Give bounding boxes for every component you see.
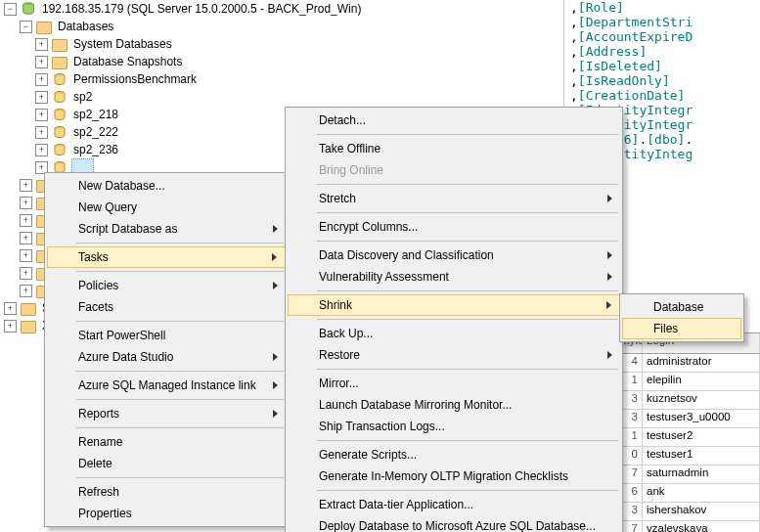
- menu-item-new-database[interactable]: New Database...: [47, 175, 286, 197]
- table-row[interactable]: 6ank: [616, 484, 760, 503]
- menu-separator: [76, 321, 284, 322]
- table-row[interactable]: 7saturnadmin: [616, 466, 760, 484]
- menu-item-label: Policies: [78, 279, 118, 292]
- menu-separator: [317, 319, 618, 320]
- expand-icon[interactable]: +: [35, 126, 48, 139]
- expand-icon[interactable]: +: [20, 267, 32, 280]
- expand-icon[interactable]: +: [35, 91, 48, 104]
- database-icon: [52, 124, 67, 140]
- menu-separator: [317, 490, 618, 491]
- expand-icon[interactable]: +: [20, 197, 32, 209]
- menu-item-deploy-database-to-microsoft-azure-sql-database[interactable]: Deploy Database to Microsoft Azure SQL D…: [288, 515, 620, 532]
- server-node[interactable]: − 192.168.35.179 (SQL Server 15.0.2000.5…: [0, 0, 563, 18]
- menu-item-delete[interactable]: Delete: [47, 453, 286, 474]
- menu-item-label: Extract Data-tier Application...: [319, 498, 473, 511]
- expand-icon[interactable]: +: [35, 56, 48, 68]
- folder-icon: [52, 36, 67, 52]
- folder-icon: [36, 19, 52, 34]
- menu-item-policies[interactable]: Policies: [47, 275, 286, 296]
- menu-item-detach[interactable]: Detach...: [288, 110, 620, 131]
- table-row[interactable]: 3kuznetsov: [616, 391, 760, 410]
- table-row[interactable]: 1elepilin: [616, 373, 760, 391]
- expand-icon[interactable]: +: [35, 109, 48, 121]
- menu-separator: [317, 212, 618, 213]
- database-icon: [52, 89, 67, 105]
- menu-item-label: New Database...: [78, 179, 165, 193]
- database-context-menu[interactable]: New Database...New QueryScript Database …: [44, 172, 289, 527]
- node-label: System Databases: [71, 36, 174, 52]
- menu-item-stretch[interactable]: Stretch: [288, 188, 620, 209]
- database-node[interactable]: +PermissionsBenchmark: [0, 70, 563, 88]
- menu-item-start-powershell[interactable]: Start PowerShell: [47, 325, 286, 346]
- menu-item-mirror[interactable]: Mirror...: [288, 373, 620, 394]
- menu-item-take-offline[interactable]: Take Offline: [288, 138, 620, 159]
- menu-separator: [317, 369, 618, 370]
- menu-item-tasks[interactable]: Tasks: [47, 246, 286, 268]
- menu-item-generate-in-memory-oltp-migration-checklists[interactable]: Generate In-Memory OLTP Migration Checkl…: [288, 466, 620, 487]
- expand-icon[interactable]: +: [35, 144, 48, 156]
- menu-item-reports[interactable]: Reports: [47, 403, 286, 424]
- menu-item-label: Deploy Database to Microsoft Azure SQL D…: [319, 519, 596, 532]
- database-node[interactable]: +sp2: [0, 88, 563, 106]
- collapse-icon[interactable]: −: [4, 3, 17, 16]
- menu-item-shrink[interactable]: Shrink: [288, 294, 620, 316]
- menu-item-extract-data-tier-application[interactable]: Extract Data-tier Application...: [288, 494, 620, 515]
- menu-item-data-discovery-and-classification[interactable]: Data Discovery and Classification: [288, 244, 620, 266]
- menu-item-label: Restore: [319, 348, 360, 362]
- expand-icon[interactable]: +: [20, 179, 32, 192]
- menu-item-launch-database-mirroring-monitor[interactable]: Launch Database Mirroring Monitor...: [288, 394, 620, 416]
- expand-icon[interactable]: +: [20, 232, 32, 244]
- menu-item-properties[interactable]: Properties: [47, 503, 286, 524]
- table-row[interactable]: 4administrator: [616, 354, 760, 373]
- menu-item-label: Script Database as: [78, 222, 177, 236]
- menu-item-azure-data-studio[interactable]: Azure Data Studio: [47, 346, 286, 368]
- menu-item-files[interactable]: Files: [622, 318, 741, 339]
- expand-icon[interactable]: +: [20, 249, 32, 262]
- expand-icon[interactable]: +: [20, 285, 32, 297]
- collapse-icon[interactable]: −: [20, 21, 32, 33]
- table-row[interactable]: 7vzalevskaya: [616, 521, 760, 532]
- expand-icon[interactable]: +: [20, 214, 32, 227]
- expand-icon[interactable]: +: [35, 38, 48, 51]
- menu-item-label: Vulnerability Assessment: [319, 270, 449, 284]
- menu-item-rename[interactable]: Rename: [47, 431, 286, 453]
- shrink-submenu[interactable]: DatabaseFiles: [619, 293, 744, 342]
- menu-item-database[interactable]: Database: [622, 296, 741, 318]
- cell: testuser1: [643, 447, 760, 465]
- menu-item-restore[interactable]: Restore: [288, 344, 620, 366]
- menu-separator: [317, 134, 618, 135]
- cell: saturnadmin: [643, 466, 760, 483]
- results-grid[interactable]: ntyId Login 4administrator1elepilin3kuzn…: [616, 332, 760, 532]
- menu-item-new-query[interactable]: New Query: [47, 197, 286, 218]
- folder-node[interactable]: +System Databases: [0, 35, 563, 53]
- node-label: PermissionsBenchmark: [71, 71, 199, 87]
- folder-node[interactable]: +Database Snapshots: [0, 53, 563, 70]
- editor-line: ,[IsReadOnly]: [570, 73, 760, 88]
- table-row[interactable]: 3ishershakov: [616, 503, 760, 521]
- menu-item-vulnerability-assessment[interactable]: Vulnerability Assessment: [288, 266, 620, 288]
- menu-item-refresh[interactable]: Refresh: [47, 481, 286, 503]
- table-row[interactable]: 3testuser3_u0000: [616, 410, 760, 428]
- expand-icon[interactable]: +: [4, 320, 17, 332]
- menu-item-generate-scripts[interactable]: Generate Scripts...: [288, 444, 620, 466]
- databases-folder[interactable]: − Databases: [0, 18, 563, 35]
- expand-icon[interactable]: +: [4, 302, 17, 315]
- menu-item-label: Ship Transaction Logs...: [319, 420, 445, 433]
- expand-icon[interactable]: +: [35, 73, 48, 86]
- menu-item-label: Detach...: [319, 113, 366, 127]
- table-row[interactable]: 1testuser2: [616, 428, 760, 447]
- menu-item-azure-sql-managed-instance-link[interactable]: Azure SQL Managed Instance link: [47, 375, 286, 396]
- table-row[interactable]: 0testuser1: [616, 447, 760, 466]
- menu-item-label: Start PowerShell: [78, 329, 165, 342]
- tasks-submenu[interactable]: Detach...Take OfflineBring OnlineStretch…: [285, 107, 623, 532]
- menu-item-encrypt-columns[interactable]: Encrypt Columns...: [288, 216, 620, 238]
- menu-item-ship-transaction-logs[interactable]: Ship Transaction Logs...: [288, 416, 620, 437]
- menu-item-script-database-as[interactable]: Script Database as: [47, 218, 286, 240]
- node-label: Database Snapshots: [71, 54, 184, 69]
- cell: ishershakov: [643, 503, 760, 520]
- folder-label: Databases: [56, 19, 115, 34]
- menu-item-back-up[interactable]: Back Up...: [288, 323, 620, 344]
- editor-line: ,[CreationDate]: [570, 88, 760, 103]
- menu-item-facets[interactable]: Facets: [47, 296, 286, 318]
- menu-item-label: Generate In-Memory OLTP Migration Checkl…: [319, 469, 568, 483]
